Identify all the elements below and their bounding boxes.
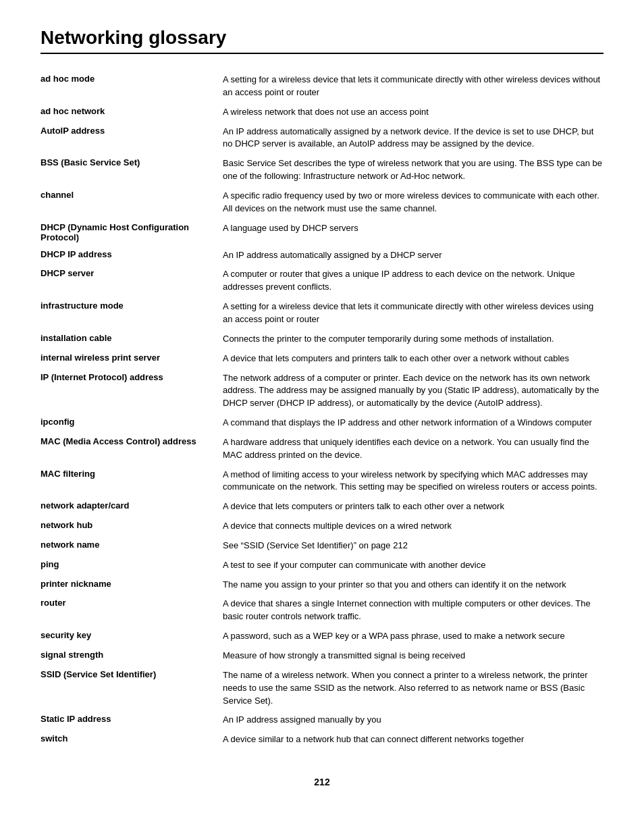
glossary-row: DHCP (Dynamic Host Configuration Protoco… [41,219,603,246]
glossary-row: IP (Internet Protocol) addressThe networ… [41,369,603,414]
glossary-definition: A wireless network that does not use an … [223,103,603,122]
glossary-row: network adapter/cardA device that lets c… [41,497,603,517]
glossary-term: printer nickname [41,575,223,595]
glossary-definition: The name you assign to your printer so t… [223,575,603,595]
glossary-row: switchA device similar to a network hub … [41,730,603,750]
glossary-table: ad hoc modeA setting for a wireless devi… [41,70,603,750]
glossary-term: AutoIP address [41,122,223,155]
glossary-definition: See “SSID (Service Set Identifier)” on p… [223,536,603,556]
glossary-definition: A password, such as a WEP key or a WPA p… [223,627,603,646]
glossary-row: signal strengthMeasure of how strongly a… [41,646,603,666]
glossary-term: signal strength [41,646,223,666]
glossary-definition: A test to see if your computer can commu… [223,556,603,575]
glossary-definition: A device that shares a single Internet c… [223,594,603,627]
glossary-row: AutoIP addressAn IP address automaticall… [41,122,603,155]
glossary-term: MAC filtering [41,465,223,498]
glossary-term: ping [41,556,223,575]
glossary-row: security keyA password, such as a WEP ke… [41,627,603,646]
glossary-term: network adapter/card [41,497,223,517]
glossary-definition: A computer or router that gives a unique… [223,265,603,297]
glossary-term: internal wireless print server [41,349,223,369]
glossary-term: network name [41,536,223,556]
glossary-term: BSS (Basic Service Set) [41,154,223,186]
glossary-definition: A setting for a wireless device that let… [223,70,603,103]
title-divider [41,53,603,54]
glossary-term: installation cable [41,330,223,349]
glossary-row: network hubA device that connects multip… [41,517,603,536]
glossary-definition: A setting for a wireless device that let… [223,297,603,330]
glossary-definition: A language used by DHCP servers [223,219,603,246]
glossary-term: ad hoc network [41,103,223,122]
glossary-row: channelA specific radio frequency used b… [41,186,603,219]
glossary-row: ipconfigA command that displays the IP a… [41,413,603,433]
glossary-row: SSID (Service Set Identifier)The name of… [41,666,603,711]
glossary-row: ad hoc networkA wireless network that do… [41,103,603,122]
glossary-definition: A device similar to a network hub that c… [223,730,603,750]
glossary-term: ipconfig [41,413,223,433]
glossary-definition: A method of limiting access to your wire… [223,465,603,498]
page-title: Networking glossary [41,27,603,49]
glossary-term: channel [41,186,223,219]
glossary-definition: A device that lets computers and printer… [223,349,603,369]
glossary-definition: Connects the printer to the computer tem… [223,330,603,349]
glossary-term: switch [41,730,223,750]
glossary-row: installation cableConnects the printer t… [41,330,603,349]
glossary-row: DHCP serverA computer or router that giv… [41,265,603,297]
glossary-definition: A device that connects multiple devices … [223,517,603,536]
glossary-definition: A command that displays the IP address a… [223,413,603,433]
glossary-row: Static IP addressAn IP address assigned … [41,710,603,730]
glossary-row: MAC (Media Access Control) addressA hard… [41,433,603,465]
glossary-row: MAC filteringA method of limiting access… [41,465,603,498]
glossary-definition: An IP address automatically assigned by … [223,122,603,155]
glossary-row: network nameSee “SSID (Service Set Ident… [41,536,603,556]
glossary-definition: Measure of how strongly a transmitted si… [223,646,603,666]
glossary-term: IP (Internet Protocol) address [41,369,223,414]
glossary-definition: A device that lets computers or printers… [223,497,603,517]
glossary-definition: The name of a wireless network. When you… [223,666,603,711]
glossary-row: BSS (Basic Service Set)Basic Service Set… [41,154,603,186]
glossary-definition: A specific radio frequency used by two o… [223,186,603,219]
glossary-term: MAC (Media Access Control) address [41,433,223,465]
glossary-term: DHCP IP address [41,246,223,265]
glossary-row: routerA device that shares a single Inte… [41,594,603,627]
glossary-term: SSID (Service Set Identifier) [41,666,223,711]
glossary-definition: The network address of a computer or pri… [223,369,603,414]
glossary-term: network hub [41,517,223,536]
glossary-row: printer nicknameThe name you assign to y… [41,575,603,595]
glossary-term: DHCP server [41,265,223,297]
glossary-row: ad hoc modeA setting for a wireless devi… [41,70,603,103]
glossary-row: DHCP IP addressAn IP address automatical… [41,246,603,265]
glossary-row: infrastructure modeA setting for a wirel… [41,297,603,330]
glossary-row: internal wireless print serverA device t… [41,349,603,369]
glossary-definition: An IP address automatically assigned by … [223,246,603,265]
glossary-term: DHCP (Dynamic Host Configuration Protoco… [41,219,223,246]
glossary-term: Static IP address [41,710,223,730]
glossary-term: infrastructure mode [41,297,223,330]
page-number: 212 [41,777,603,787]
glossary-term: security key [41,627,223,646]
glossary-definition: An IP address assigned manually by you [223,710,603,730]
glossary-row: pingA test to see if your computer can c… [41,556,603,575]
glossary-definition: Basic Service Set describes the type of … [223,154,603,186]
glossary-term: ad hoc mode [41,70,223,103]
glossary-term: router [41,594,223,627]
glossary-definition: A hardware address that uniquely identif… [223,433,603,465]
